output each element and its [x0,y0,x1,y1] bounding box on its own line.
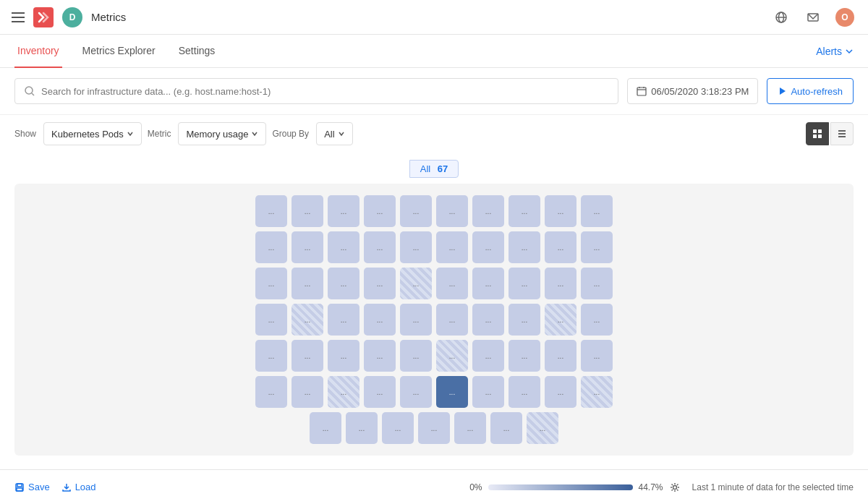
tile[interactable]: ... [364,195,396,227]
list-view-button[interactable] [830,122,854,145]
tile[interactable]: ... [545,195,576,227]
tile[interactable]: ... [364,340,396,372]
tile[interactable]: ... [418,412,450,444]
tile[interactable]: ... [400,231,432,263]
show-select[interactable]: Kubernetes Pods [43,122,142,145]
tile[interactable]: ... [545,268,576,299]
tile[interactable]: ... [292,304,323,336]
datetime-picker[interactable]: 06/05/2020 3:18:23 PM [627,78,758,104]
grid-view-button[interactable] [806,122,829,145]
tile[interactable]: ... [581,268,613,299]
globe-icon[interactable] [770,6,793,29]
tile[interactable]: ... [328,195,359,227]
tile[interactable]: ... [581,231,613,263]
svg-rect-12 [818,129,822,133]
play-icon [778,87,786,95]
app-logo [33,7,54,27]
view-toggle [806,122,854,145]
tile[interactable]: ... [545,340,576,372]
tile[interactable]: ... [509,340,540,372]
tile[interactable]: ... [328,268,359,299]
datetime-value: 06/05/2020 3:18:23 PM [651,86,749,97]
search-input[interactable] [41,86,609,97]
group-tab-all[interactable]: All 67 [409,160,459,178]
calendar-icon [637,86,647,96]
tile[interactable]: ... [255,195,287,227]
tile[interactable]: ... [581,304,613,336]
tile[interactable]: ... [364,231,396,263]
tile[interactable]: ... [581,195,613,227]
tile[interactable]: ... [382,412,414,444]
tile[interactable]: ... [364,304,396,336]
tile[interactable]: ... [472,376,504,408]
tile[interactable]: ... [527,412,558,444]
tile[interactable]: ... [328,376,359,408]
tile[interactable]: ... [364,268,396,299]
tile[interactable]: ... [545,376,576,408]
tile[interactable]: ... [255,340,287,372]
topbar: D Metrics O [0,0,868,35]
chevron-down-icon [338,130,345,137]
tab-settings[interactable]: Settings [176,35,218,68]
svg-rect-14 [818,134,822,138]
tile[interactable]: ... [472,340,504,372]
tile[interactable]: ... [310,412,341,444]
tile[interactable]: ... [472,195,504,227]
tile[interactable]: ... [364,376,396,408]
tile[interactable]: ... [346,412,378,444]
tile[interactable]: ... [400,304,432,336]
filter-row: Show Kubernetes Pods Metric Memory usage… [0,115,868,153]
hamburger-button[interactable] [12,12,25,22]
tile[interactable]: ... [581,340,613,372]
tile[interactable]: ... [255,304,287,336]
search-box[interactable] [14,78,618,104]
tile[interactable]: ... [436,268,468,299]
search-icon [24,85,35,97]
tile[interactable]: ... [328,231,359,263]
tile[interactable]: ... [436,304,468,336]
tile[interactable]: ... [545,231,576,263]
mail-icon[interactable] [801,6,825,29]
tile[interactable]: ... [436,340,468,372]
tile[interactable]: ... [328,340,359,372]
tile[interactable]: ... [255,231,287,263]
tile[interactable]: ... [292,195,323,227]
tile[interactable]: ... [581,376,613,408]
tile[interactable]: ... [436,195,468,227]
tile[interactable]: ... [400,376,432,408]
tab-inventory[interactable]: Inventory [14,35,62,68]
alerts-button[interactable]: Alerts [816,46,854,57]
tile[interactable]: ... [400,195,432,227]
groupby-select[interactable]: All [316,122,352,145]
avatar[interactable]: D [62,7,82,27]
tile[interactable]: ... [490,412,522,444]
tile[interactable]: ... [436,376,468,408]
tab-metrics-explorer[interactable]: Metrics Explorer [80,35,158,68]
tile[interactable]: ... [472,304,504,336]
tile[interactable]: ... [509,195,540,227]
tile[interactable]: ... [292,340,323,372]
tile[interactable]: ... [472,268,504,299]
tile[interactable]: ... [509,376,540,408]
tile[interactable]: ... [545,304,576,336]
tile[interactable]: ... [292,231,323,263]
tile[interactable]: ... [509,268,540,299]
tile[interactable]: ... [400,340,432,372]
tile[interactable]: ... [509,304,540,336]
tile[interactable]: ... [328,304,359,336]
group-tabs: All 67 [14,160,854,178]
tile[interactable]: ... [400,268,432,299]
tile[interactable]: ... [454,412,486,444]
user-icon[interactable]: O [833,6,856,29]
tile[interactable]: ... [255,376,287,408]
auto-refresh-button[interactable]: Auto-refresh [767,78,854,104]
tile[interactable]: ... [255,268,287,299]
tile[interactable]: ... [509,231,540,263]
tile[interactable]: ... [292,268,323,299]
tile[interactable]: ... [436,231,468,263]
main-content: All 67 .................................… [0,153,868,463]
show-label: Show [14,129,36,139]
tile[interactable]: ... [292,376,323,408]
metric-select[interactable]: Memory usage [178,122,266,145]
tile[interactable]: ... [472,231,504,263]
